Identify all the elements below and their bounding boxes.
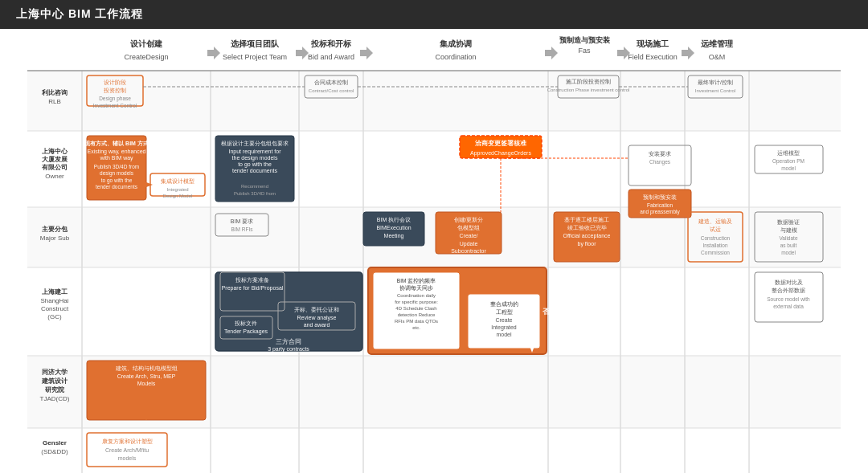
svg-text:包模型组: 包模型组 [457,225,480,230]
svg-text:大厦发展: 大厦发展 [41,156,68,163]
svg-text:协调每天同步: 协调每天同步 [399,285,433,292]
svg-text:Owner: Owner [45,173,64,180]
svg-text:合同成本控制: 合同成本控制 [314,80,348,85]
svg-text:Gensler: Gensler [43,439,67,446]
svg-text:external data: external data [773,304,804,309]
svg-text:RFIs PM data QTOs: RFIs PM data QTOs [395,319,438,324]
svg-text:研究院: 研究院 [45,385,65,393]
svg-text:Major Sub: Major Sub [40,234,70,242]
svg-text:O&M: O&M [709,53,726,61]
svg-text:by floor: by floor [578,241,597,247]
svg-text:Publish 3D/4D from: Publish 3D/4D from [94,164,139,169]
svg-text:同济大学: 同济大学 [42,368,68,376]
svg-rect-2 [27,131,841,207]
diagram-area: 设计创建 CreateDesign 选择项目团队 Select Project … [0,29,868,473]
svg-text:Review analyse: Review analyse [297,315,336,321]
svg-text:Tender Packages: Tender Packages [224,328,268,335]
svg-text:投资控制: 投资控制 [103,88,126,93]
svg-text:预制造与预安装: 预制造与预安装 [559,35,611,44]
svg-text:基于逐工楼层施工: 基于逐工楼层施工 [564,217,609,223]
svg-text:Create Arch/Mfitu: Create Arch/Mfitu [105,447,149,453]
svg-text:工程型: 工程型 [496,309,513,315]
svg-text:上海建工: 上海建工 [42,288,68,296]
svg-text:最终审计/控制: 最终审计/控制 [698,80,733,85]
svg-text:BIM 执行会议: BIM 执行会议 [377,217,411,223]
svg-text:model: model [496,332,512,337]
title-bar: 上海中心 BIM 工作流程 [0,0,868,29]
svg-text:试运: 试运 [710,226,721,232]
svg-text:否: 否 [542,308,551,316]
svg-text:Coordination daily: Coordination daily [397,293,436,298]
svg-text:利比咨询: 利比咨询 [41,89,68,96]
svg-text:Subcontractor: Subcontractor [451,248,486,254]
svg-text:竣工验收已完毕: 竣工验收已完毕 [567,225,607,230]
svg-text:Coordination: Coordination [435,53,476,61]
svg-text:Input requirement for: Input requirement for [229,149,282,155]
svg-text:model: model [781,165,796,171]
svg-text:BIM 要求: BIM 要求 [231,218,253,224]
svg-text:and award: and award [304,322,330,328]
svg-text:整合成功的: 整合成功的 [490,301,518,307]
svg-text:Select Project Team: Select Project Team [223,53,287,61]
svg-text:康复方案和设计塑型: 康复方案和设计塑型 [102,438,153,444]
svg-text:开标、委托公证和: 开标、委托公证和 [294,307,339,313]
svg-text:Meeting: Meeting [384,233,404,239]
svg-text:施工阶段投资控制: 施工阶段投资控制 [566,79,611,84]
svg-text:投标方案准备: 投标方案准备 [235,276,269,283]
svg-text:选择项目团队: 选择项目团队 [231,39,280,48]
svg-text:集成协调: 集成协调 [440,39,472,48]
svg-text:detection Reduce: detection Reduce [398,312,436,317]
svg-text:现场施工: 现场施工 [636,39,669,48]
svg-text:Existing way, enhanced: Existing way, enhanced [87,149,145,155]
svg-text:design models: design models [100,170,134,177]
svg-text:as built: as built [780,243,797,248]
svg-text:数据对比及: 数据对比及 [775,279,803,285]
svg-text:主要分包: 主要分包 [42,225,68,233]
svg-text:与建模: 与建模 [780,227,797,233]
svg-text:CreateDesign: CreateDesign [124,53,168,61]
svg-text:Investment Control: Investment Control [695,88,735,93]
svg-text:Prepare for Bid/Proposal: Prepare for Bid/Proposal [222,285,284,292]
svg-text:Investment Control: Investment Control [93,103,137,108]
diagram-svg: 设计创建 CreateDesign 选择项目团队 Select Project … [0,29,868,473]
svg-text:投标和开标: 投标和开标 [310,39,352,48]
svg-text:Integrated: Integrated [491,324,517,331]
svg-text:数据验证: 数据验证 [777,219,800,225]
svg-text:model: model [781,250,796,255]
svg-text:Contract/Cost control: Contract/Cost control [309,88,354,93]
svg-text:根据设计主要分包组包要求: 根据设计主要分包组包要求 [221,141,289,146]
svg-text:远维管理: 远维管理 [701,39,734,48]
svg-text:Fas: Fas [578,47,591,55]
svg-text:Design phase: Design phase [99,96,131,102]
svg-rect-15 [27,29,841,71]
svg-text:投标文件: 投标文件 [234,320,257,326]
svg-rect-152 [373,272,460,349]
svg-text:三方合同: 三方合同 [276,338,301,345]
svg-text:Installation: Installation [702,243,727,248]
svg-text:TJAD(CD): TJAD(CD) [40,395,70,402]
svg-text:设计创建: 设计创建 [130,39,162,48]
svg-text:Update: Update [460,241,478,247]
svg-text:Field Execution: Field Execution [628,53,678,61]
svg-text:etc.: etc. [412,325,420,330]
svg-text:the design models: the design models [232,155,278,161]
svg-text:BIM RFIs: BIM RFIs [231,226,253,232]
svg-text:Validate: Validate [779,235,797,241]
svg-text:RLB: RLB [48,98,61,105]
svg-text:运维模型: 运维模型 [777,150,800,156]
svg-text:BIM 监控的频率: BIM 监控的频率 [397,278,436,284]
svg-text:Integrated: Integrated [166,187,188,192]
svg-text:建筑设计: 建筑设计 [41,377,68,385]
svg-text:3 party contracts: 3 party contracts [268,346,309,353]
svg-text:Design Model: Design Model [163,194,193,198]
svg-text:Changes: Changes [649,159,671,165]
svg-text:设计阶段: 设计阶段 [104,80,126,85]
svg-text:to go with the: to go with the [101,177,133,184]
page-title: 上海中心 BIM 工作流程 [16,7,143,22]
svg-text:上海中心: 上海中心 [42,147,68,155]
svg-text:models: models [118,455,137,461]
svg-text:(GC): (GC) [47,313,62,320]
svg-text:ApprovedChangeOrders: ApprovedChangeOrders [470,150,531,157]
svg-text:ShangHai: ShangHai [40,297,68,304]
svg-text:Create: Create [495,317,512,323]
